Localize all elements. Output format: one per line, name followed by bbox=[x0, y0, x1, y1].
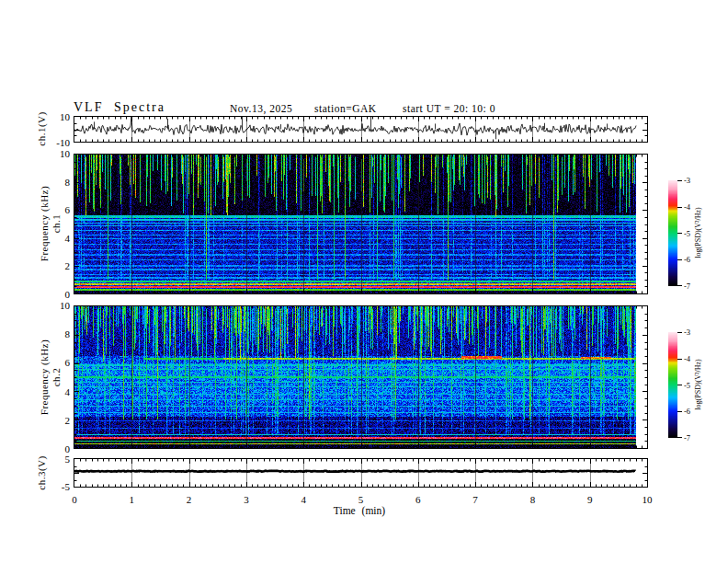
colorbar-ch1-tick-label: -3 bbox=[684, 176, 690, 185]
colorbar-ch2 bbox=[668, 332, 683, 442]
x-tick-label: 7 bbox=[472, 494, 478, 505]
figure-station: station=GAK bbox=[314, 103, 377, 114]
colorbar-ch2-canvas bbox=[668, 332, 683, 438]
colorbar-ch2-tick-label: -7 bbox=[684, 433, 690, 442]
ch2-spec-ytick-label: 6 bbox=[48, 357, 70, 368]
x-tick-label: 2 bbox=[187, 494, 192, 505]
colorbar-ch2-tick-label: -5 bbox=[684, 381, 690, 390]
x-tick-label: 6 bbox=[415, 494, 421, 505]
ch2-spec-ytick-label: 8 bbox=[48, 328, 70, 339]
x-tick-label: 5 bbox=[358, 494, 364, 505]
ch1-spec-ytick-label: 0 bbox=[48, 289, 70, 300]
ch1-wave-ytick-label: 10 bbox=[48, 111, 70, 122]
ch1-spectrogram-canvas bbox=[74, 155, 647, 293]
ch1-wave-ytick-label: -10 bbox=[48, 137, 70, 148]
colorbar-ch1-tick-label: -6 bbox=[684, 255, 690, 264]
colorbar-ch1-canvas bbox=[668, 180, 683, 286]
ch3-wave-ytick-label: -5 bbox=[48, 481, 70, 492]
ch1-wave-ylabel: ch.1(V) bbox=[36, 111, 47, 145]
ch1-spectrogram-panel bbox=[74, 154, 648, 294]
colorbar-ch1 bbox=[668, 180, 683, 290]
x-tick-label: 10 bbox=[643, 494, 653, 505]
ch1-waveform-canvas bbox=[74, 117, 647, 142]
ch3-waveform-panel bbox=[74, 458, 648, 488]
colorbar-ch2-tick-label: -3 bbox=[684, 327, 690, 337]
colorbar-ch1-tick-label: -7 bbox=[684, 282, 690, 291]
ch1-spec-ytick-label: 2 bbox=[48, 260, 70, 271]
ch2-spectrogram-canvas bbox=[74, 306, 647, 448]
x-tick-label: 0 bbox=[72, 494, 77, 505]
ch2-spec-ytick-label: 10 bbox=[48, 300, 70, 311]
ch1-spec-ylabel-channel: ch.1 bbox=[51, 214, 62, 234]
figure-start-ut: start UT = 20: 10: 0 bbox=[403, 103, 495, 114]
x-tick-label: 1 bbox=[130, 494, 135, 505]
x-tick-label: 8 bbox=[530, 494, 536, 505]
colorbar-ch1-tick-label: -5 bbox=[684, 229, 690, 238]
colorbar-ch2-tick-label: -6 bbox=[684, 407, 690, 416]
ch2-spec-ylabel-frequency: Frequency (kHz) bbox=[39, 339, 50, 415]
colorbar-ch1-label: log(PSD)(V²/Hz) bbox=[694, 207, 702, 258]
x-axis-label: Time (min) bbox=[334, 505, 385, 516]
ch2-spec-ytick-label: 2 bbox=[48, 415, 70, 426]
ch3-wave-ytick-label: 5 bbox=[48, 454, 70, 465]
ch1-spec-ytick-label: 6 bbox=[48, 204, 70, 215]
ch1-spec-ytick-label: 4 bbox=[48, 233, 70, 244]
ch1-spec-ylabel-frequency: Frequency (kHz) bbox=[39, 186, 50, 261]
x-tick-label: 4 bbox=[301, 494, 306, 505]
colorbar-ch2-label: log(PSD)(V²/Hz) bbox=[694, 359, 702, 409]
vlf-spectra-figure: VLF Spectra Nov.13, 2025 station=GAK sta… bbox=[0, 0, 728, 563]
ch3-waveform-canvas bbox=[74, 459, 647, 487]
x-tick-label: 9 bbox=[587, 494, 593, 505]
colorbar-ch2-tick-label: -4 bbox=[684, 354, 690, 363]
ch1-spec-ytick-label: 8 bbox=[48, 177, 70, 188]
ch3-wave-ylabel: ch.3(V) bbox=[36, 455, 47, 489]
x-tick-label: 3 bbox=[244, 494, 249, 505]
figure-date: Nov.13, 2025 bbox=[230, 103, 292, 114]
ch2-spec-ytick-label: 4 bbox=[48, 386, 70, 397]
ch1-waveform-panel bbox=[74, 116, 648, 143]
page-title: VLF Spectra bbox=[74, 100, 165, 115]
ch2-spectrogram-panel bbox=[74, 305, 648, 449]
colorbar-ch1-tick-label: -4 bbox=[684, 202, 690, 212]
ch1-spec-ytick-label: 10 bbox=[48, 148, 70, 159]
ch2-spec-ylabel-channel: ch.2 bbox=[51, 368, 62, 387]
